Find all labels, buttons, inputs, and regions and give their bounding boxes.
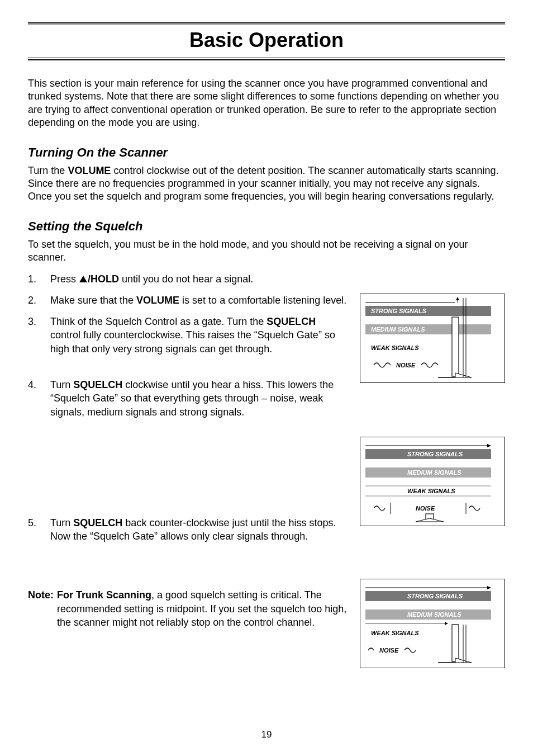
heading-squelch: Setting the Squelch bbox=[28, 219, 505, 234]
svg-marker-21 bbox=[487, 444, 491, 447]
volume-label: VOLUME bbox=[68, 165, 111, 176]
step1-pre: Press bbox=[50, 273, 79, 285]
title-inner: Basic Operation bbox=[28, 25, 505, 58]
lbl-medium: MEDIUM SIGNALS bbox=[407, 611, 461, 618]
note-label: Note: bbox=[28, 588, 57, 629]
squelch-content-row: Press /HOLD until you do not hear a sign… bbox=[28, 272, 505, 668]
squelch-diagram-low: STRONG SIGNALS MEDIUM SIGNALS WEAK SIGNA… bbox=[360, 437, 505, 526]
diagram-column: STRONG SIGNALS MEDIUM SIGNALS WEAK SIGNA… bbox=[360, 272, 505, 668]
note-block: Note: For Trunk Scanning, a good squelch… bbox=[28, 588, 349, 629]
step1-hold: /HOLD bbox=[88, 273, 119, 285]
step4-sq: SQUELCH bbox=[73, 379, 122, 390]
step1-post: until you do not hear a signal. bbox=[119, 273, 253, 285]
step2-post: is set to a comfortable listening level. bbox=[179, 295, 346, 306]
lbl-noise: NOISE bbox=[416, 505, 435, 512]
note-body: For Trunk Scanning, a good squelch setti… bbox=[57, 588, 349, 629]
heading-turning-on: Turning On the Scanner bbox=[28, 145, 505, 160]
up-triangle-icon bbox=[79, 276, 87, 282]
svg-marker-29 bbox=[445, 622, 448, 625]
lbl-strong: STRONG SIGNALS bbox=[371, 308, 427, 314]
svg-rect-4 bbox=[452, 317, 459, 376]
lbl-weak: WEAK SIGNALS bbox=[371, 630, 419, 636]
squelch-diagram-mid: STRONG SIGNALS MEDIUM SIGNALS WEAK SIGNA… bbox=[360, 579, 505, 668]
steps-list: Press /HOLD until you do not hear a sign… bbox=[28, 272, 349, 544]
step5-sq: SQUELCH bbox=[73, 517, 122, 528]
step4-pre: Turn bbox=[50, 379, 73, 390]
svg-rect-25 bbox=[452, 625, 459, 662]
step2-pre: Make sure that the bbox=[50, 295, 136, 306]
intro-paragraph: This section is your main reference for … bbox=[28, 77, 505, 130]
lbl-noise: NOISE bbox=[379, 647, 399, 654]
step-3: Think of the Squelch Control as a gate. … bbox=[28, 315, 349, 356]
lbl-weak: WEAK SIGNALS bbox=[371, 344, 419, 351]
lbl-weak: WEAK SIGNALS bbox=[407, 488, 455, 494]
turning-on-pre: Turn the bbox=[28, 165, 68, 176]
step-2: Make sure that the VOLUME is set to a co… bbox=[28, 294, 349, 307]
turning-on-body: Turn the VOLUME control clockwise out of… bbox=[28, 164, 505, 204]
squelch-diagram-high: STRONG SIGNALS MEDIUM SIGNALS WEAK SIGNA… bbox=[360, 294, 505, 383]
step3-sq: SQUELCH bbox=[266, 316, 316, 327]
step5-pre: Turn bbox=[50, 517, 73, 528]
steps-column: Press /HOLD until you do not hear a sign… bbox=[28, 272, 349, 630]
lbl-medium: MEDIUM SIGNALS bbox=[407, 469, 461, 476]
lbl-medium: MEDIUM SIGNALS bbox=[371, 326, 425, 333]
svg-marker-27 bbox=[487, 586, 491, 589]
lbl-noise: NOISE bbox=[396, 362, 416, 368]
lbl-strong: STRONG SIGNALS bbox=[407, 593, 463, 599]
squelch-intro: To set the squelch, you must be in the h… bbox=[28, 238, 505, 264]
spacer bbox=[28, 363, 349, 378]
note-bold: For Trunk Scanning bbox=[57, 589, 151, 601]
title-rule-box: Basic Operation bbox=[28, 22, 505, 60]
step-1: Press /HOLD until you do not hear a sign… bbox=[28, 272, 349, 286]
step3-post: control fully counterclockwise. This rai… bbox=[50, 329, 335, 354]
lbl-strong: STRONG SIGNALS bbox=[407, 451, 463, 457]
spacer bbox=[28, 427, 349, 516]
spacer bbox=[28, 551, 349, 582]
step2-vol: VOLUME bbox=[136, 295, 179, 306]
page-number: 19 bbox=[0, 729, 533, 740]
page-title: Basic Operation bbox=[189, 29, 344, 51]
svg-marker-7 bbox=[456, 297, 459, 300]
step3-pre: Think of the Squelch Control as a gate. … bbox=[50, 316, 266, 327]
step-5: Turn SQUELCH back counter-clockwise just… bbox=[28, 516, 349, 544]
step-4: Turn SQUELCH clockwise until you hear a … bbox=[28, 378, 349, 419]
